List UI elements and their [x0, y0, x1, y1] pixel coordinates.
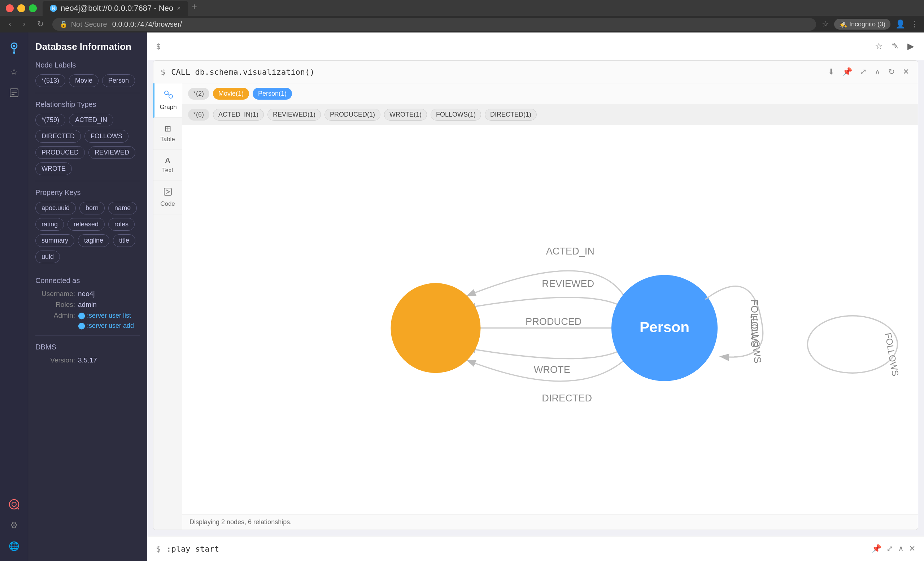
graph-svg: FOLLOWS ACTED_IN REVIEWED PROD	[182, 125, 918, 514]
sidebar-item-favorites[interactable]: ☆	[5, 63, 23, 81]
sidebar-item-globe[interactable]: 🌐	[5, 537, 23, 555]
node-label-movie[interactable]: Movie	[69, 74, 99, 87]
db-panel-title: Database Information	[35, 41, 140, 52]
bottom-close-button[interactable]: ✕	[909, 544, 915, 554]
filter-acted-in[interactable]: ACTED_IN(1)	[213, 109, 264, 121]
movie-node[interactable]	[390, 283, 480, 373]
forward-button[interactable]: ›	[20, 18, 28, 30]
new-tab-button[interactable]: +	[192, 1, 197, 16]
code-tab-icon	[164, 188, 172, 198]
dollar-sign-1: $	[156, 42, 160, 51]
filter-all-rels[interactable]: *(6)	[188, 109, 209, 121]
close-button[interactable]	[6, 4, 14, 12]
prop-apoc-uuid[interactable]: apoc.uuid	[35, 202, 76, 214]
tab-code[interactable]: Code	[153, 181, 182, 214]
table-tab-label: Table	[160, 136, 175, 143]
prop-rating[interactable]: rating	[35, 218, 64, 231]
result-header-actions: ⬇ 📌 ⤢ ∧ ↻ ✕	[826, 66, 910, 78]
filter-follows[interactable]: FOLLOWS(1)	[430, 109, 481, 121]
prop-roles[interactable]: roles	[108, 218, 135, 231]
svg-text:PRODUCED: PRODUCED	[525, 316, 582, 327]
prop-title[interactable]: title	[113, 234, 135, 247]
prop-uuid[interactable]: uuid	[35, 250, 60, 263]
star-icon[interactable]: ☆	[822, 20, 829, 29]
node-label-all[interactable]: *(513)	[35, 74, 65, 87]
sidebar-item-settings[interactable]: ⚙	[5, 516, 23, 534]
svg-line-15	[166, 190, 170, 192]
db-panel: Database Information Node Labels *(513) …	[28, 33, 147, 561]
graph-content-area: *(2) Movie(1) Person(1) *(6) ACTED_IN(1)…	[182, 83, 918, 530]
graph-tab-label: Graph	[159, 104, 177, 111]
bottom-pin-button[interactable]: 📌	[872, 544, 881, 554]
bottom-scroll-up-button[interactable]: ∧	[898, 544, 904, 554]
scroll-up-button[interactable]: ∧	[873, 66, 882, 78]
graph-visualization[interactable]: FOLLOWS ACTED_IN REVIEWED PROD	[182, 125, 918, 514]
minimize-button[interactable]	[17, 4, 25, 12]
view-panel: Graph ⊞ Table A Text	[153, 83, 918, 530]
filter-person-nodes[interactable]: Person(1)	[253, 88, 292, 100]
incognito-icon: 🕵	[839, 20, 847, 28]
filter-wrote[interactable]: WROTE(1)	[384, 109, 427, 121]
username-label: Username:	[35, 290, 75, 298]
filter-all-nodes[interactable]: *(2)	[188, 88, 209, 100]
svg-rect-14	[164, 188, 171, 195]
filter-directed[interactable]: DIRECTED(1)	[485, 109, 537, 121]
graph-footer: Displaying 2 nodes, 6 relationships.	[182, 514, 918, 530]
maximize-button[interactable]	[29, 4, 37, 12]
prop-name[interactable]: name	[108, 202, 137, 214]
prop-tagline[interactable]: tagline	[78, 234, 110, 247]
svg-text:ACTED_IN: ACTED_IN	[546, 246, 594, 256]
tab-graph[interactable]: Graph	[153, 83, 182, 118]
result-container: $ CALL db.schema.visualization() ⬇ 📌 ⤢ ∧…	[147, 60, 924, 536]
svg-point-11	[165, 91, 168, 94]
close-result-button[interactable]: ✕	[901, 66, 910, 78]
rel-reviewed[interactable]: REVIEWED	[88, 146, 135, 159]
incognito-label: Incognito (3)	[849, 21, 885, 28]
run-query-button[interactable]: ▶	[906, 40, 915, 53]
rel-produced[interactable]: PRODUCED	[35, 146, 85, 159]
filter-reviewed[interactable]: REVIEWED(1)	[267, 109, 321, 121]
prop-released[interactable]: released	[68, 218, 105, 231]
brand-logo[interactable]	[5, 38, 23, 56]
rel-follows[interactable]: FOLLOWS	[84, 130, 129, 142]
bottom-actions: 📌 ⤢ ∧ ✕	[872, 544, 915, 554]
tab-text[interactable]: A Text	[153, 150, 182, 181]
rel-all[interactable]: *(759)	[35, 114, 65, 126]
query-input-1[interactable]	[166, 42, 868, 51]
save-query-button[interactable]: ☆	[873, 40, 884, 53]
node-label-person[interactable]: Person	[102, 74, 135, 87]
prop-born[interactable]: born	[80, 202, 105, 214]
tab-close-icon[interactable]: ×	[177, 5, 181, 12]
svg-point-3	[13, 52, 15, 54]
reload-button[interactable]: ↻	[34, 18, 46, 30]
filter-movie-nodes[interactable]: Movie(1)	[213, 88, 249, 100]
sidebar-item-search[interactable]	[5, 84, 23, 102]
back-button[interactable]: ‹	[6, 18, 14, 30]
tab-table[interactable]: ⊞ Table	[153, 118, 182, 150]
active-tab[interactable]: N neo4j@bolt://0.0.0.0:7687 - Neo ×	[43, 1, 188, 16]
refresh-result-button[interactable]: ↻	[887, 66, 896, 78]
clear-query-button[interactable]: ✎	[890, 40, 900, 53]
profile-icon[interactable]: 👤	[896, 20, 905, 29]
property-keys-title: Property Keys	[35, 189, 140, 197]
server-user-add-link[interactable]: ⬤ :server user add	[78, 322, 134, 330]
bottom-query-input[interactable]	[166, 544, 866, 554]
main-content: $ ☆ ✎ ▶ $ CALL db.schema.visualization()…	[147, 33, 924, 561]
menu-icon[interactable]: ⋮	[910, 20, 918, 29]
url-bar[interactable]: 🔒 Not Secure 0.0.0.0:7474/browser/	[52, 18, 816, 31]
filter-produced[interactable]: PRODUCED(1)	[324, 109, 380, 121]
node-labels-title: Node Labels	[35, 61, 140, 69]
sidebar-item-error[interactable]	[5, 495, 23, 513]
pin-result-button[interactable]: 📌	[841, 66, 854, 78]
rel-acted-in[interactable]: ACTED_IN	[69, 114, 113, 126]
download-result-button[interactable]: ⬇	[826, 66, 836, 78]
admin-label: Admin:	[35, 312, 75, 330]
svg-line-13	[168, 93, 169, 95]
rel-directed[interactable]: DIRECTED	[35, 130, 81, 142]
expand-result-button[interactable]: ⤢	[859, 66, 868, 78]
bottom-expand-button[interactable]: ⤢	[886, 544, 893, 554]
svg-point-12	[169, 94, 172, 98]
server-user-list-link[interactable]: ⬤ :server user list	[78, 312, 134, 320]
prop-summary[interactable]: summary	[35, 234, 74, 247]
rel-wrote[interactable]: WROTE	[35, 162, 72, 175]
